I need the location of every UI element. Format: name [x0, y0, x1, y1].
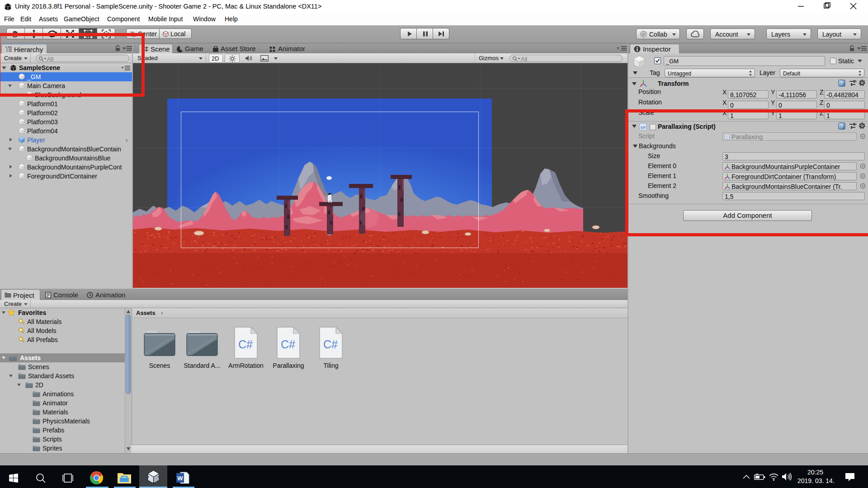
svg-text:C#: C# — [238, 338, 253, 351]
svg-text:C#: C# — [281, 338, 295, 351]
svg-text:?: ? — [840, 81, 843, 86]
svg-text:C#: C# — [323, 338, 338, 351]
svg-text:W: W — [177, 475, 183, 482]
